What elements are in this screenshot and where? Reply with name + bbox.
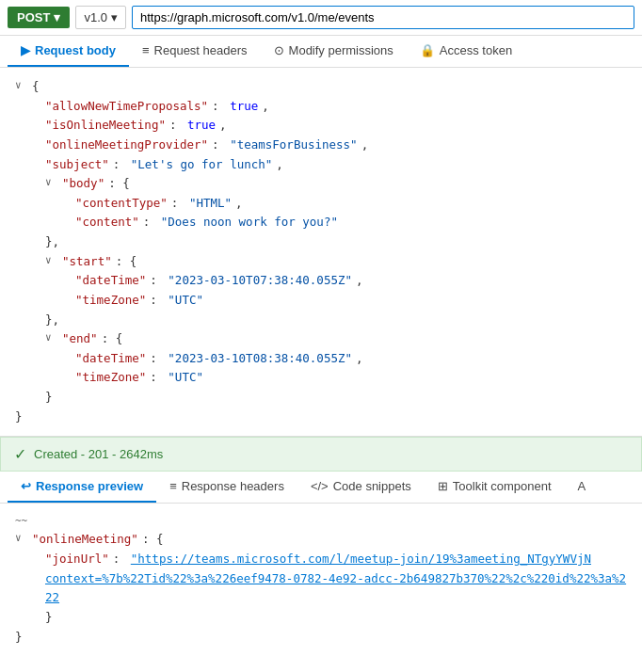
json-line: "isOnlineMeeting" : true , — [15, 116, 627, 136]
tab-response-headers-label: Response headers — [182, 479, 284, 493]
tab-code-snippets[interactable]: </> Code snippets — [297, 472, 425, 503]
json-line: "content" : "Does noon work for you?" — [15, 213, 627, 232]
json-line: } — [15, 388, 627, 408]
json-line: "joinUrl" : "https://teams.microsoft.com… — [15, 550, 627, 569]
version-label: v1.0 — [84, 10, 107, 24]
tab-request-headers-label: Request headers — [154, 43, 248, 57]
json-line: ∨ "body" : { — [15, 174, 627, 194]
json-line: "dateTime" : "2023-03-10T07:38:40.055Z" … — [15, 271, 627, 291]
json-line: }, — [15, 232, 627, 252]
version-selector[interactable]: v1.0 ▾ — [75, 6, 126, 29]
status-icon: ✓ — [14, 445, 26, 463]
toolkit-component-icon: ⊞ — [438, 479, 448, 493]
json-line: "allowNewTimeProposals" : true , — [15, 97, 627, 117]
request-tabs: ▶ Request body ≡ Request headers ⊙ Modif… — [0, 36, 642, 68]
json-line: "contentType" : "HTML" , — [15, 194, 627, 214]
json-line: ∨ "start" : { — [15, 252, 627, 272]
json-line: "timeZone" : "UTC" — [15, 368, 627, 388]
json-line: } — [15, 608, 627, 628]
tab-access-token-label: Access token — [440, 43, 512, 57]
json-line: }, — [15, 311, 627, 330]
response-tabs: ↩ Response preview ≡ Response headers </… — [0, 472, 642, 504]
json-line: ∨ "onlineMeeting" : { — [15, 530, 627, 550]
tab-accessibility[interactable]: A — [565, 472, 600, 503]
collapse-button[interactable]: ∨ — [45, 329, 58, 346]
collapse-button[interactable]: ∨ — [15, 77, 28, 94]
tab-toolkit-component-label: Toolkit component — [453, 479, 552, 493]
tab-access-token[interactable]: 🔒 Access token — [407, 36, 525, 67]
json-line: ∨ "end" : { — [15, 329, 627, 349]
response-body-panel: ~~ ∨ "onlineMeeting" : { "joinUrl" : "ht… — [0, 504, 642, 656]
tab-modify-permissions[interactable]: ⊙ Modify permissions — [261, 36, 407, 67]
method-button[interactable]: POST ▾ — [8, 7, 70, 28]
request-headers-icon: ≡ — [142, 43, 150, 57]
tab-accessibility-label: A — [578, 479, 586, 493]
collapse-button[interactable]: ∨ — [45, 174, 58, 191]
request-body-icon: ▶ — [21, 43, 30, 57]
request-body-panel: ∨ { "allowNewTimeProposals" : true , "is… — [0, 68, 642, 437]
tab-modify-permissions-label: Modify permissions — [289, 43, 393, 57]
json-line: "dateTime" : "2023-03-10T08:38:40.055Z" … — [15, 349, 627, 369]
json-line: ~~ — [15, 513, 627, 530]
json-line: } — [15, 628, 627, 648]
tab-toolkit-component[interactable]: ⊞ Toolkit component — [425, 472, 565, 503]
tab-request-body[interactable]: ▶ Request body — [8, 36, 129, 67]
response-preview-icon: ↩ — [21, 479, 31, 493]
response-headers-icon: ≡ — [169, 479, 177, 493]
tab-response-headers[interactable]: ≡ Response headers — [156, 472, 297, 503]
method-chevron-icon: ▾ — [54, 10, 60, 24]
tab-request-headers[interactable]: ≡ Request headers — [129, 36, 261, 67]
json-line: "subject" : "Let's go for lunch" , — [15, 155, 627, 175]
url-input[interactable] — [132, 6, 634, 29]
status-bar: ✓ Created - 201 - 2642ms — [0, 437, 642, 472]
method-label: POST — [17, 10, 50, 24]
join-url-continuation[interactable]: context=%7b%22Tid%22%3a%226eef9478-0782-… — [15, 569, 627, 608]
json-line: } — [15, 408, 627, 427]
toolbar: POST ▾ v1.0 ▾ — [0, 0, 642, 36]
access-token-icon: 🔒 — [420, 43, 435, 57]
json-line: "onlineMeetingProvider" : "teamsForBusin… — [15, 136, 627, 155]
modify-permissions-icon: ⊙ — [274, 43, 284, 57]
tab-response-preview-label: Response preview — [36, 479, 143, 493]
json-line: ∨ { — [15, 77, 627, 97]
join-url-link[interactable]: "https://teams.microsoft.com/l/meetup-jo… — [131, 550, 591, 569]
json-line: "timeZone" : "UTC" — [15, 291, 627, 311]
collapse-button[interactable]: ∨ — [45, 252, 58, 269]
collapse-button[interactable]: ∨ — [15, 530, 28, 547]
status-text: Created - 201 - 2642ms — [34, 447, 163, 461]
tab-request-body-label: Request body — [35, 43, 116, 57]
tab-response-preview[interactable]: ↩ Response preview — [8, 472, 156, 503]
tab-code-snippets-label: Code snippets — [333, 479, 411, 493]
code-snippets-icon: </> — [311, 479, 329, 493]
version-chevron-icon: ▾ — [111, 10, 118, 24]
